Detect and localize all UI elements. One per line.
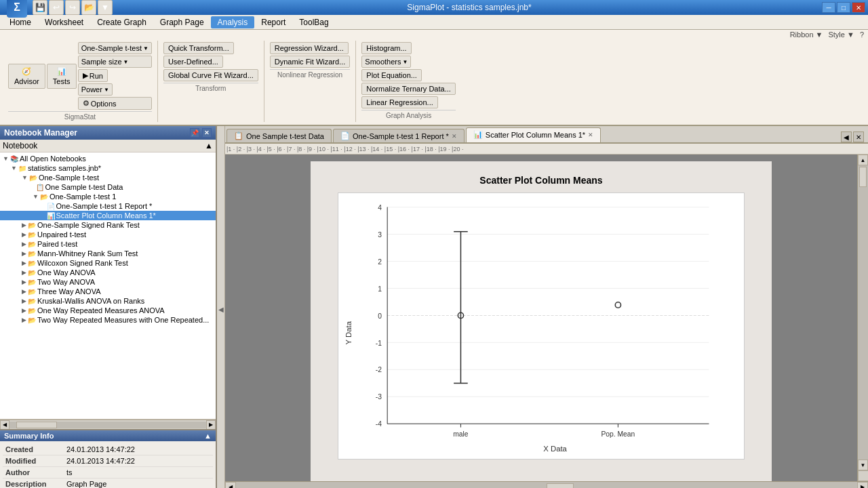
window-title: SigmaPlot - statistics samples.jnb*	[117, 3, 822, 12]
dropdown-btn[interactable]: ▼	[98, 0, 113, 15]
sample-dropdown-arrow-icon: ▼	[123, 59, 129, 65]
tab-report-close-icon[interactable]: ✕	[452, 133, 457, 140]
chart-title: Scatter Plot Column Means	[338, 175, 745, 186]
tree-item-three-way[interactable]: ▶ 📂 Three Way ANOVA	[0, 287, 216, 296]
tree-item-all-notebooks[interactable]: ▼ 📚 All Open Notebooks	[0, 154, 216, 163]
tab-data[interactable]: 📋 One Sample t-test Data	[226, 129, 332, 142]
hscroll-left-button[interactable]: ◀	[225, 482, 236, 489]
dynamic-fit-button[interactable]: Dynamic Fit Wizard...	[270, 56, 351, 68]
one-way-label: One Way ANOVA	[37, 268, 96, 277]
kruskal-folder-icon: 📂	[28, 298, 36, 305]
two-way-folder-icon: 📂	[28, 279, 36, 286]
tree-item-jnb[interactable]: ▼ 📁 statistics samples.jnb*	[0, 163, 216, 173]
menu-home[interactable]: Home	[3, 16, 38, 28]
tree-item-one-way-repeated[interactable]: ▶ 📂 One Way Repeated Measures ANOVA	[0, 306, 216, 315]
test-type-dropdown[interactable]: One-Sample t-test ▼	[78, 42, 152, 54]
test1-folder-icon: 📂	[40, 193, 48, 201]
one-way-rep-label: One Way Repeated Measures ANOVA	[37, 306, 165, 314]
collapse-handle[interactable]: ◀	[217, 126, 225, 488]
svg-text:-2: -2	[376, 366, 382, 373]
power-dropdown[interactable]: Power ▼	[78, 83, 113, 96]
menu-create-graph[interactable]: Create Graph	[90, 16, 153, 28]
panel-pin-button[interactable]: 📌	[190, 128, 199, 138]
close-button[interactable]: ✕	[852, 2, 865, 13]
tree-item-two-way-repeated[interactable]: ▶ 📂 Two Way Repeated Measures with One R…	[0, 315, 216, 325]
hscroll-thumb[interactable]	[547, 483, 574, 488]
tree-item-two-way[interactable]: ▶ 📂 Two Way ANOVA	[0, 277, 216, 287]
collapse-icon[interactable]: ▲	[205, 141, 213, 150]
tree-item-report[interactable]: 📄 One-Sample t-test 1 Report *	[0, 201, 216, 211]
undo-button[interactable]: ↩	[49, 0, 64, 15]
save-button[interactable]: 💾	[33, 0, 47, 15]
run-button[interactable]: ▶ Run	[78, 69, 108, 82]
notebook-section-text: Notebook	[3, 141, 37, 150]
hscroll-left-btn[interactable]: ◀	[0, 420, 9, 430]
smoothers-dropdown[interactable]: Smoothers ▼	[361, 56, 411, 68]
menu-graph-page[interactable]: Graph Page	[153, 16, 211, 28]
menu-report[interactable]: Report	[254, 16, 292, 28]
advisor-button[interactable]: 🧭 Advisor	[8, 64, 45, 89]
tree-item-signed-rank[interactable]: ▶ 📂 One-Sample Signed Rank Test	[0, 220, 216, 230]
tab-bar: 📋 One Sample t-test Data 📄 One-Sample t-…	[225, 126, 868, 144]
hscroll-right-button[interactable]: ▶	[857, 482, 868, 489]
tests-button[interactable]: 📊 Tests	[47, 64, 77, 89]
menu-toolbag[interactable]: ToolBag	[292, 16, 335, 28]
description-key: Description	[3, 479, 64, 489]
one-way-rep-icon: ▶	[22, 307, 26, 314]
sample-size-dropdown[interactable]: Sample size ▼	[78, 56, 152, 68]
normalize-ternary-button[interactable]: Normalize Ternary Data...	[361, 83, 456, 95]
hscroll-right-btn[interactable]: ▶	[206, 420, 216, 430]
quick-transform-button[interactable]: Quick Transform...	[163, 42, 234, 54]
panel-header: Notebook Manager 📌 ✕	[0, 126, 216, 140]
tree-item-one-way[interactable]: ▶ 📂 One Way ANOVA	[0, 268, 216, 277]
tab-report[interactable]: 📄 One-Sample t-test 1 Report * ✕	[333, 129, 465, 142]
svg-text:0: 0	[378, 312, 382, 320]
tree-item-wilcoxon[interactable]: ▶ 📂 Wilcoxon Signed Rank Test	[0, 258, 216, 268]
menu-worksheet[interactable]: Worksheet	[38, 16, 90, 28]
scroll-thumb[interactable]	[859, 167, 867, 187]
tree-item-test1[interactable]: ▼ 📂 One-Sample t-test 1	[0, 192, 216, 201]
tab-scatter-close-icon[interactable]: ✕	[588, 131, 593, 138]
maximize-button[interactable]: □	[837, 2, 850, 13]
app-logo: Σ	[7, 0, 27, 18]
help-icon[interactable]: ?	[860, 30, 864, 39]
tab-scatter[interactable]: 📊 Scatter Plot Column Means 1* ✕	[466, 127, 601, 142]
tab-prev-button[interactable]: ◀	[841, 131, 852, 142]
tree-item-paired[interactable]: ▶ 📂 Paired t-test	[0, 239, 216, 249]
created-value: 24.01.2013 14:47:22	[64, 444, 213, 455]
three-way-folder-icon: 📂	[28, 288, 36, 296]
summary-collapse-icon[interactable]: ▲	[204, 432, 212, 440]
tree-item-kruskal[interactable]: ▶ 📂 Kruskal-Wallis ANOVA on Ranks	[0, 296, 216, 306]
tree-hscroll-thumb[interactable]	[16, 422, 57, 428]
scatter-label: Scatter Plot Column Means 1*	[56, 211, 156, 220]
tree-item-unpaired[interactable]: ▶ 📂 Unpaired t-test	[0, 230, 216, 239]
regression-wizard-button[interactable]: Regression Wizard...	[270, 42, 349, 54]
global-curve-fit-label: Global Curve Fit Wizard...	[168, 71, 254, 79]
options-icon: ⚙	[83, 99, 90, 108]
user-defined-button[interactable]: User-Defined...	[163, 56, 223, 68]
minimize-button[interactable]: ─	[822, 2, 835, 13]
open-button[interactable]: 📂	[81, 0, 96, 15]
panel-close-button[interactable]: ✕	[202, 128, 212, 138]
plot-equation-button[interactable]: Plot Equation...	[361, 69, 422, 81]
redo-button[interactable]: ↪	[65, 0, 80, 15]
tree-item-mann[interactable]: ▶ 📂 Mann-Whitney Rank Sum Test	[0, 249, 216, 258]
options-button[interactable]: ⚙ Options	[78, 97, 152, 110]
tab-close-all-button[interactable]: ✕	[853, 131, 864, 142]
scroll-up-button[interactable]: ▲	[858, 155, 868, 165]
signed-rank-label: One-Sample Signed Rank Test	[37, 221, 140, 229]
linear-regression-button[interactable]: Linear Regression...	[361, 96, 437, 108]
scroll-down-button[interactable]: ▼	[858, 460, 868, 470]
all-notebooks-icon: 📚	[10, 155, 18, 163]
global-curve-fit-button[interactable]: Global Curve Fit Wizard...	[163, 69, 258, 81]
tree-item-one-sample-ttest[interactable]: ▼ 📂 One-Sample t-test	[0, 173, 216, 182]
menu-analysis[interactable]: Analysis	[211, 16, 255, 28]
tab-report-icon: 📄	[340, 131, 350, 140]
data-icon: 📋	[36, 184, 44, 191]
tree-item-data[interactable]: 📋 One Sample t-test Data	[0, 182, 216, 192]
ruler-marks: |1 · |2 · |3 · |4 · |5 · |6 · |7 · |8 · …	[226, 146, 463, 152]
two-way-rep-folder-icon: 📂	[28, 317, 36, 324]
histogram-button[interactable]: Histogram...	[361, 42, 411, 54]
tree-hscroll[interactable]: ◀ ▶	[0, 420, 216, 429]
tree-item-scatter[interactable]: 📊 Scatter Plot Column Means 1*	[0, 211, 216, 220]
